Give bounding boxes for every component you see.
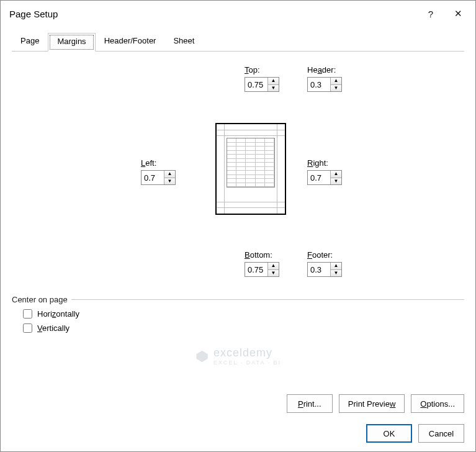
center-horizontally[interactable]: Horizontally [23, 309, 464, 319]
bottom-spinner[interactable]: ▲▼ [245, 262, 279, 277]
center-vertically[interactable]: Vertically [23, 323, 464, 333]
footer-spinner[interactable]: ▲▼ [307, 262, 342, 277]
header-input[interactable] [308, 79, 330, 91]
right-spin-down[interactable]: ▼ [331, 178, 341, 185]
bottom-label: Bottom: [245, 250, 279, 260]
left-spinner[interactable]: ▲▼ [141, 170, 176, 185]
left-input[interactable] [141, 172, 164, 184]
left-label: Left: [141, 158, 176, 168]
top-spin-up[interactable]: ▲ [268, 78, 279, 85]
header-spin-down[interactable]: ▼ [331, 85, 341, 92]
tab-page[interactable]: Page [12, 33, 48, 52]
footer-spin-down[interactable]: ▼ [331, 270, 341, 277]
help-button[interactable]: ? [417, 1, 444, 27]
dialog-title: Page Setup [9, 9, 58, 19]
bottom-input[interactable] [245, 264, 267, 276]
center-horizontally-label: Horizontally [37, 309, 79, 319]
options-button[interactable]: Options... [411, 394, 464, 413]
left-spin-up[interactable]: ▲ [164, 171, 175, 178]
center-legend: Center on page [12, 295, 464, 304]
help-icon: ? [428, 9, 433, 19]
footer-input[interactable] [308, 264, 330, 276]
top-label: Top: [245, 65, 279, 75]
tab-sheet[interactable]: Sheet [164, 33, 203, 52]
svg-marker-0 [196, 350, 207, 361]
ok-button[interactable]: OK [366, 424, 412, 443]
action-row-1: Print... Print Preview Options... [12, 394, 464, 413]
top-spinner[interactable]: ▲▼ [245, 77, 279, 92]
titlebar: Page Setup ? ✕ [1, 1, 475, 27]
right-spinner[interactable]: ▲▼ [307, 170, 342, 185]
right-input[interactable] [308, 172, 330, 184]
cancel-button[interactable]: Cancel [418, 424, 464, 443]
header-spinner[interactable]: ▲▼ [307, 77, 342, 92]
footer-label: Footer: [307, 250, 342, 260]
watermark: exceldemy EXCEL · DATA · BI [195, 346, 281, 366]
margins-panel: Top: ▲▼ Header: ▲▼ Left: ▲▼ [12, 52, 464, 388]
close-button[interactable]: ✕ [444, 1, 472, 27]
print-preview-button[interactable]: Print Preview [339, 394, 405, 413]
center-vertically-label: Vertically [37, 323, 70, 333]
close-icon: ✕ [454, 8, 462, 19]
center-horizontally-checkbox[interactable] [23, 309, 32, 319]
tabstrip: Page Margins Header/Footer Sheet [12, 33, 464, 52]
left-spin-down[interactable]: ▼ [164, 178, 175, 185]
center-vertically-checkbox[interactable] [23, 323, 32, 333]
footer-spin-up[interactable]: ▲ [331, 263, 341, 270]
bottom-spin-up[interactable]: ▲ [268, 263, 279, 270]
content-area: Page Margins Header/Footer Sheet Top: ▲▼… [1, 27, 475, 451]
right-label: Right: [307, 158, 342, 168]
print-button[interactable]: Print... [287, 394, 333, 413]
right-spin-up[interactable]: ▲ [331, 171, 341, 178]
tab-margins[interactable]: Margins [48, 33, 95, 52]
action-row-2: OK Cancel [12, 424, 464, 443]
tab-header-footer[interactable]: Header/Footer [96, 33, 165, 52]
watermark-icon [195, 350, 209, 363]
top-input[interactable] [245, 79, 267, 91]
bottom-spin-down[interactable]: ▼ [268, 270, 279, 277]
top-spin-down[interactable]: ▼ [268, 85, 279, 92]
page-preview [215, 123, 286, 215]
page-setup-dialog: Page Setup ? ✕ Page Margins Header/Foote… [0, 0, 476, 452]
header-label: Header: [307, 65, 342, 75]
header-spin-up[interactable]: ▲ [331, 78, 341, 85]
